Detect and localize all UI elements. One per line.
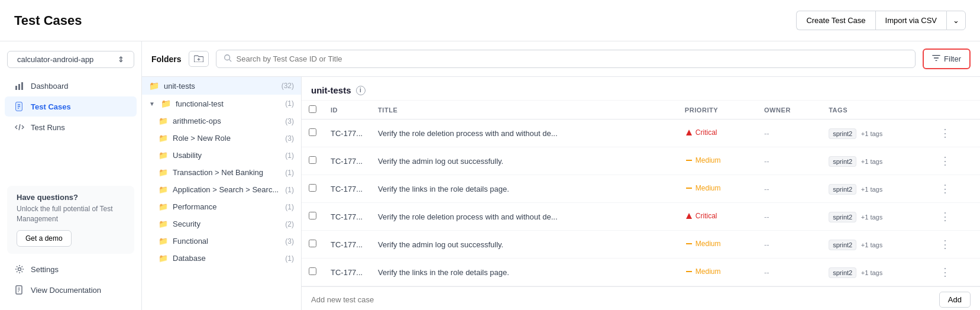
import-csv-button[interactable]: Import via CSV: [875, 11, 946, 30]
folder-item-unit-tests-label: unit-tests: [164, 82, 195, 91]
col-tags: TAGS: [821, 101, 929, 120]
folder-item-functional-label: Functional: [173, 237, 208, 246]
row-checkbox-0[interactable]: [309, 128, 316, 136]
svg-rect-0: [15, 86, 17, 90]
folder-item-security-count: (2): [285, 220, 294, 228]
row-menu-button-4[interactable]: ⋮: [936, 237, 954, 252]
folders-label: Folders: [151, 54, 182, 64]
folder-item-functional[interactable]: 📁 Functional (3): [142, 233, 301, 250]
folder-item-role-new-role[interactable]: 📁 Role > New Role (3): [142, 130, 301, 147]
folder-item-functional-count: (3): [285, 237, 294, 246]
row-checkbox-4[interactable]: [309, 240, 316, 247]
folder-item-functional-test-count: (1): [285, 99, 294, 108]
row-id-1: TC-177...: [324, 147, 371, 175]
folder-icon-arithmetic-ops: 📁: [159, 117, 168, 125]
sidebar-bottom: Settings View Documentation: [0, 259, 141, 301]
row-menu-button-5[interactable]: ⋮: [936, 264, 954, 280]
svg-rect-2: [21, 82, 23, 90]
folder-item-usability-count: (1): [285, 151, 294, 160]
sidebar-item-view-docs-label: View Documentation: [31, 286, 101, 295]
folder-item-application-count: (1): [285, 186, 294, 194]
search-bar: [216, 50, 916, 68]
folder-icon-functional: 📁: [159, 237, 168, 246]
folder-item-arithmetic-ops[interactable]: 📁 arithmetic-ops (3): [142, 112, 301, 130]
row-checkbox-3[interactable]: [309, 212, 316, 219]
app-selector[interactable]: calculator-android-app ⇕: [7, 51, 134, 68]
col-priority: PRIORITY: [678, 101, 757, 120]
get-demo-button[interactable]: Get a demo: [17, 230, 72, 247]
row-owner-0: --: [757, 120, 821, 147]
search-input[interactable]: [237, 54, 908, 63]
search-icon: [224, 54, 232, 64]
folder-icon-performance: 📁: [159, 202, 168, 211]
col-owner: OWNER: [757, 101, 821, 120]
row-menu-button-0[interactable]: ⋮: [936, 125, 954, 141]
sidebar-item-test-runs[interactable]: Test Runs: [5, 117, 137, 137]
folder-item-database[interactable]: 📁 Database (1): [142, 250, 301, 267]
add-test-case-input[interactable]: [311, 295, 932, 304]
promo-title: Have questions?: [17, 193, 125, 202]
row-title-0: Verify the role deletion process with an…: [371, 120, 678, 147]
sidebar-item-settings[interactable]: Settings: [5, 259, 137, 279]
folder-item-security[interactable]: 📁 Security (2): [142, 215, 301, 233]
row-tags-1: sprint2 +1 tags: [821, 147, 929, 175]
row-menu-button-1[interactable]: ⋮: [936, 153, 954, 169]
tag-badge-1: sprint2: [829, 156, 856, 167]
sidebar-item-dashboard[interactable]: Dashboard: [5, 76, 137, 96]
add-folder-button[interactable]: [189, 51, 209, 67]
select-all-checkbox[interactable]: [309, 105, 316, 113]
top-bar: Test Cases Create Test Case Import via C…: [0, 0, 980, 41]
tag-badge-3: sprint2: [829, 212, 856, 222]
filter-button[interactable]: Filter: [923, 49, 971, 69]
svg-point-9: [18, 268, 21, 271]
folder-item-functional-test[interactable]: ▼ 📁 functional-test (1): [142, 95, 301, 112]
folder-item-performance-label: Performance: [173, 202, 216, 211]
folder-item-functional-test-label: functional-test: [176, 99, 224, 108]
bar-chart-icon: [14, 80, 25, 91]
folder-item-role-new-role-label: Role > New Role: [173, 134, 231, 143]
folder-item-database-label: Database: [173, 254, 206, 263]
table-row: TC-177... Verify the links in the role d…: [302, 259, 980, 286]
row-menu-button-3[interactable]: ⋮: [936, 209, 954, 224]
folder-item-transaction-net-banking[interactable]: 📁 Transaction > Net Banking (1): [142, 164, 301, 181]
promo-description: Unlock the full potential of Test Manage…: [17, 204, 125, 224]
folder-item-application-search[interactable]: 📁 Application > Search > Searc... (1): [142, 181, 301, 198]
row-checkbox-2[interactable]: [309, 184, 316, 192]
col-id: ID: [324, 101, 371, 120]
folder-icon-transaction: 📁: [159, 168, 168, 177]
info-icon: i: [356, 86, 366, 95]
tag-badge-2: sprint2: [829, 184, 856, 195]
sidebar-item-settings-label: Settings: [31, 265, 59, 274]
sidebar-item-test-cases[interactable]: Test Cases: [5, 96, 137, 117]
row-priority-4: Medium: [678, 231, 757, 259]
folder-item-usability[interactable]: 📁 Usability (1): [142, 147, 301, 164]
folder-item-performance[interactable]: 📁 Performance (1): [142, 198, 301, 215]
folder-item-role-new-role-count: (3): [285, 134, 294, 143]
content-area: Folders: [142, 41, 980, 310]
folder-item-unit-tests[interactable]: 📁 unit-tests (32): [142, 77, 301, 95]
import-dropdown-button[interactable]: ⌄: [946, 11, 966, 30]
current-folder-name: unit-tests: [311, 85, 351, 95]
add-test-case-button[interactable]: Add: [939, 292, 971, 308]
row-id-5: TC-177...: [324, 259, 371, 286]
row-checkbox-1[interactable]: [309, 156, 316, 164]
test-panel-header: unit-tests i: [302, 77, 980, 101]
extra-tags-4: +1 tags: [861, 241, 882, 248]
row-checkbox-5[interactable]: [309, 267, 316, 275]
folder-icon-database: 📁: [159, 254, 168, 263]
filter-icon: [932, 54, 940, 64]
sidebar-item-test-runs-label: Test Runs: [31, 123, 65, 132]
row-priority-2: Medium: [678, 175, 757, 203]
folder-item-unit-tests-count: (32): [282, 82, 294, 90]
page-title: Test Cases: [14, 13, 82, 28]
folder-icon-application: 📁: [159, 185, 168, 194]
folder-item-arithmetic-ops-count: (3): [285, 117, 294, 125]
folder-icon-unit-tests: 📁: [149, 81, 159, 91]
sidebar-item-view-docs[interactable]: View Documentation: [5, 280, 137, 300]
row-menu-button-2[interactable]: ⋮: [936, 181, 954, 196]
folder-item-functional-test-left: ▼ 📁 functional-test: [149, 99, 224, 108]
document-icon: [14, 285, 25, 295]
create-test-case-button[interactable]: Create Test Case: [796, 11, 875, 30]
row-tags-4: sprint2 +1 tags: [821, 231, 929, 259]
row-title-5: Verify the links in the role details pag…: [371, 259, 678, 286]
